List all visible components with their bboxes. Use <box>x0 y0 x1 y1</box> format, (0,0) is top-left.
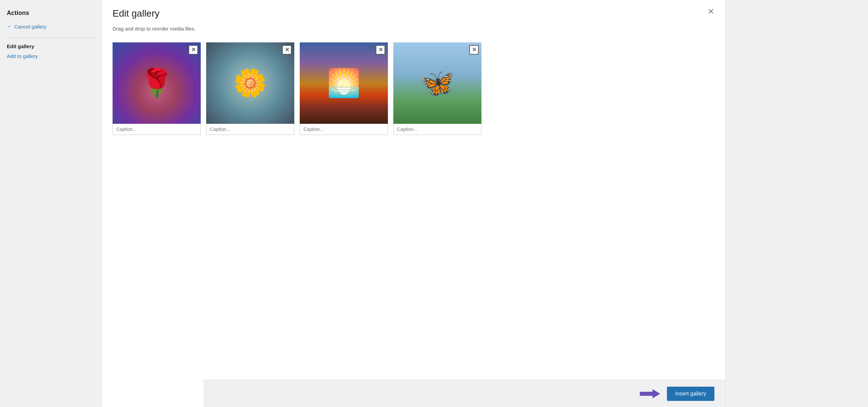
gallery-grid: ✕ ✕ ✕ ✕ <box>102 37 725 140</box>
sidebar-edit-gallery-label: Edit gallery <box>7 43 95 49</box>
svg-marker-0 <box>640 389 660 398</box>
close-button[interactable]: ✕ <box>705 5 717 18</box>
caption-input-daisy[interactable] <box>206 124 294 135</box>
right-panel <box>726 0 868 407</box>
gallery-item-sunset: ✕ <box>300 42 388 135</box>
page-title: Edit gallery <box>113 8 160 19</box>
main-header: Edit gallery ✕ <box>102 0 725 19</box>
add-to-gallery-link[interactable]: Add to gallery <box>7 53 95 59</box>
back-arrow-icon: ← <box>7 23 12 30</box>
drag-drop-hint: Drag and drop to reorder media files. <box>102 19 725 37</box>
bottom-bar: Insert gallery <box>203 380 725 407</box>
sidebar: Actions ← Cancel gallery Edit gallery Ad… <box>0 0 102 407</box>
insert-gallery-button[interactable]: Insert gallery <box>667 387 714 401</box>
remove-button-sunset[interactable]: ✕ <box>376 45 385 55</box>
remove-button-butterfly[interactable]: ✕ <box>469 45 479 55</box>
caption-input-sunset[interactable] <box>300 124 388 135</box>
add-to-gallery-label: Add to gallery <box>7 53 38 59</box>
gallery-image-butterfly: ✕ <box>393 42 481 124</box>
sidebar-actions-label: Actions <box>7 9 95 17</box>
cancel-gallery-link[interactable]: ← Cancel gallery <box>7 23 95 30</box>
gallery-item-rose: ✕ <box>113 42 201 135</box>
sidebar-divider <box>7 38 95 38</box>
modal-container: Actions ← Cancel gallery Edit gallery Ad… <box>0 0 868 407</box>
cancel-gallery-label: Cancel gallery <box>14 24 46 30</box>
gallery-item-daisy: ✕ <box>206 42 294 135</box>
caption-input-butterfly[interactable] <box>393 124 481 135</box>
gallery-image-sunset: ✕ <box>300 42 388 124</box>
main-content: Edit gallery ✕ Drag and drop to reorder … <box>102 0 726 407</box>
gallery-image-daisy: ✕ <box>206 42 294 124</box>
remove-button-rose[interactable]: ✕ <box>189 45 198 55</box>
gallery-image-rose: ✕ <box>113 42 201 124</box>
remove-button-daisy[interactable]: ✕ <box>282 45 292 55</box>
gallery-item-butterfly: ✕ <box>393 42 481 135</box>
caption-input-rose[interactable] <box>113 124 201 135</box>
arrow-indicator <box>640 388 660 400</box>
